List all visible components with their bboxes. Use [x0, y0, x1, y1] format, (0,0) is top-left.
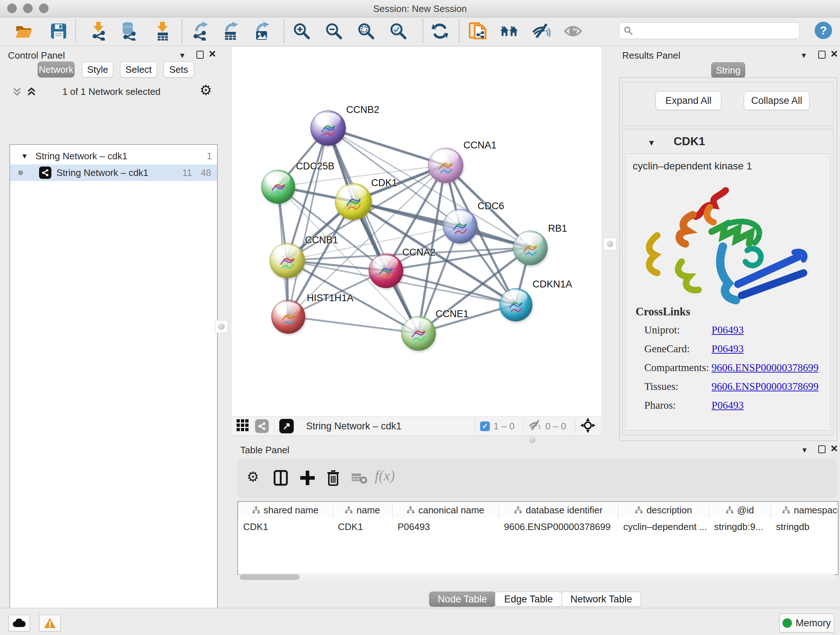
column-header-sharedname[interactable]: shared name	[238, 502, 333, 518]
crosslink-value-link[interactable]: P06493	[712, 343, 744, 355]
results-panel-collapse-icon[interactable]: ▼	[800, 51, 807, 60]
export-table-icon[interactable]	[221, 21, 240, 41]
network-tree-child-row[interactable]: String Network – cdk1 11 48	[10, 165, 217, 181]
warning-icon	[44, 618, 56, 629]
function-builder-icon[interactable]: f(x)	[375, 467, 395, 484]
crosslink-value-link[interactable]: P06493	[712, 324, 744, 336]
open-session-icon[interactable]	[14, 21, 33, 41]
tab-sets[interactable]: Sets	[164, 62, 194, 78]
open-in-new-window-icon[interactable]: ↗	[279, 419, 294, 433]
column-header-databaseidentifier[interactable]: database identifier	[499, 502, 618, 518]
network-options-gear-icon[interactable]: ⚙	[200, 83, 212, 97]
tab-style[interactable]: Style	[82, 62, 113, 78]
network-node-CCNA1[interactable]	[428, 148, 463, 183]
control-panel-float-icon[interactable]	[196, 51, 204, 59]
crosslink-value-link[interactable]: P06493	[712, 399, 744, 411]
table-cell[interactable]: CDK1	[333, 518, 393, 535]
save-session-icon[interactable]	[49, 21, 68, 41]
tab-network-table[interactable]: Network Table	[561, 592, 641, 607]
table-panel-float-icon[interactable]	[818, 445, 826, 453]
network-share-icon[interactable]	[255, 419, 269, 433]
table-cell[interactable]: CDK1	[238, 518, 333, 535]
refresh-layout-icon[interactable]	[431, 21, 449, 41]
fit-content-crosshair-icon[interactable]	[580, 418, 595, 434]
edge-HIST1H1A-CCNE1[interactable]	[288, 317, 418, 333]
table-cell[interactable]: P06493	[393, 518, 499, 535]
control-panel-close-icon[interactable]: ✕	[208, 49, 216, 60]
birdseye-grid-icon[interactable]	[236, 419, 249, 433]
expand-all-chevrons-icon[interactable]	[26, 86, 37, 98]
node-table[interactable]: shared nameCDK1nameCDK1canonical nameP06…	[237, 501, 838, 575]
add-column-plus-icon[interactable]	[300, 470, 315, 487]
delete-column-trash-icon[interactable]	[326, 469, 340, 487]
help-icon[interactable]: ?	[815, 22, 832, 39]
network-tree-root-row[interactable]: ▼ String Network – cdk1 1	[10, 148, 217, 165]
network-node-CDC6[interactable]	[443, 209, 477, 244]
show-columns-icon[interactable]	[273, 470, 288, 487]
results-panel-close-icon[interactable]: ✕	[830, 49, 838, 60]
tab-select[interactable]: Select	[120, 62, 157, 78]
edge-CCNB2-HIST1H1A[interactable]	[288, 128, 328, 317]
network-node-HIST1H1A[interactable]	[271, 300, 305, 334]
network-node-CCNE1[interactable]	[401, 316, 436, 351]
table-cell[interactable]: cyclin–dependent ...	[618, 518, 709, 535]
import-table-file-icon[interactable]	[153, 21, 172, 41]
network-node-CCNB2[interactable]	[310, 111, 346, 146]
zoom-selected-icon[interactable]	[389, 21, 408, 41]
table-hscrollbar-track[interactable]	[238, 573, 836, 581]
hide-selected-eye-slash-icon[interactable]	[532, 21, 551, 41]
column-header-description[interactable]: description	[618, 502, 709, 518]
network-node-CCNB1[interactable]	[270, 243, 305, 279]
network-view-canvas[interactable]: CCNB2 CCNA1 CDC25B CDK1	[232, 47, 601, 416]
tree-expander-icon[interactable]: ▼	[21, 152, 28, 160]
right-divider-handle[interactable]	[603, 238, 616, 250]
table-cell[interactable]: stringdb	[771, 518, 838, 535]
column-header-name[interactable]: name	[333, 502, 393, 518]
export-image-icon[interactable]	[253, 21, 271, 41]
table-settings-gear-icon[interactable]: ⚙	[247, 470, 259, 484]
collapse-all-chevrons-icon[interactable]	[11, 86, 22, 98]
network-node-CDC25B[interactable]	[261, 170, 295, 204]
table-panel-collapse-icon[interactable]: ▼	[801, 446, 808, 454]
network-node-CDKN1A[interactable]	[499, 288, 532, 321]
new-network-from-selection-icon[interactable]	[469, 21, 488, 41]
left-divider-handle[interactable]	[215, 320, 228, 333]
gene-section-expander-icon[interactable]: ▼	[647, 138, 655, 148]
search-box[interactable]	[619, 22, 800, 39]
column-header-canonicalname[interactable]: canonical name	[393, 502, 499, 518]
zoom-in-icon[interactable]	[292, 21, 311, 41]
tab-network[interactable]: Network	[38, 62, 74, 78]
tab-edge-table[interactable]: Edge Table	[495, 592, 562, 607]
houses-icon[interactable]	[500, 21, 519, 41]
network-node-RB1[interactable]	[513, 231, 548, 265]
export-network-icon[interactable]	[191, 21, 210, 41]
column-header-id[interactable]: @id	[709, 502, 771, 518]
zoom-fit-icon[interactable]	[357, 21, 376, 41]
crosslink-value-link[interactable]: 9606.ENSP00000378699	[712, 362, 819, 374]
expand-all-button[interactable]: Expand All	[655, 91, 722, 110]
memory-button[interactable]: Memory	[779, 614, 834, 632]
table-cell[interactable]: 9606.ENSP00000378699	[499, 518, 618, 535]
column-header-namespace[interactable]: namespace	[771, 502, 838, 518]
control-panel-collapse-icon[interactable]: ▼	[179, 51, 186, 60]
selected-checkbox-icon[interactable]: ✓	[480, 421, 490, 431]
import-network-database-icon[interactable]	[118, 21, 137, 41]
tab-node-table[interactable]: Node Table	[429, 592, 496, 607]
warnings-button[interactable]	[39, 615, 61, 631]
cloud-button[interactable]	[8, 615, 30, 631]
import-network-file-icon[interactable]	[89, 21, 108, 41]
zoom-out-icon[interactable]	[325, 21, 343, 41]
tab-string[interactable]: String	[711, 62, 745, 78]
edge-CCNB2-CCNA1[interactable]	[328, 128, 445, 165]
network-node-CCNA2[interactable]	[369, 253, 403, 288]
network-node-CDK1[interactable]	[335, 183, 372, 220]
clear-table-icon[interactable]	[352, 473, 368, 486]
crosslink-value-link[interactable]: 9606.ENSP00000378699	[712, 380, 819, 393]
results-panel-float-icon[interactable]	[818, 51, 826, 59]
table-panel-close-icon[interactable]: ✕	[830, 443, 838, 454]
table-cell[interactable]: stringdb:9...	[709, 518, 771, 535]
collapse-all-button[interactable]: Collapse All	[744, 91, 810, 110]
show-all-eye-icon[interactable]	[564, 21, 583, 41]
table-hscrollbar-handle[interactable]	[240, 574, 300, 580]
search-input[interactable]	[633, 25, 786, 36]
